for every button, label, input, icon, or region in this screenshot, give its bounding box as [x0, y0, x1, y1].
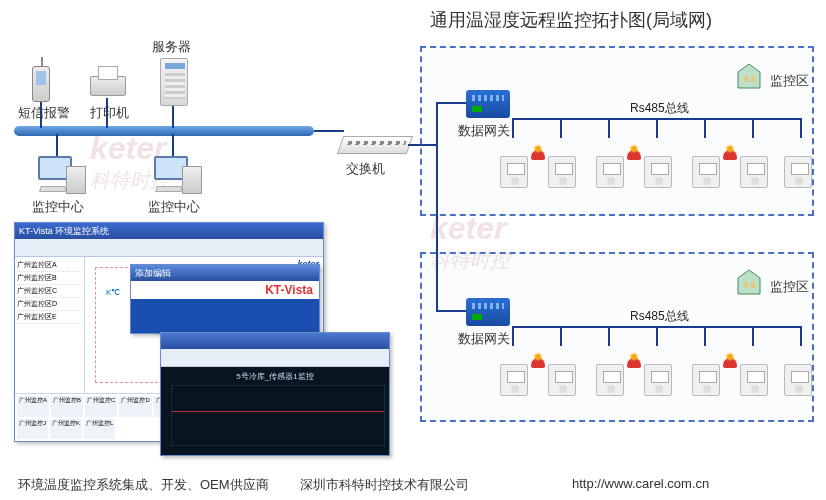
server-icon	[160, 58, 188, 106]
svg-marker-3	[738, 270, 760, 294]
zone-label-1: 监控区	[770, 72, 809, 90]
sensor-icon	[500, 364, 528, 396]
sensor-icon	[644, 364, 672, 396]
sensor-icon	[692, 364, 720, 396]
printer-icon	[88, 66, 126, 98]
printer-label: 打印机	[90, 104, 129, 122]
sensor-icon	[596, 364, 624, 396]
sensor-icon	[784, 156, 812, 188]
rs485-bus-1	[512, 118, 802, 120]
sensor-icon	[784, 364, 812, 396]
svg-marker-0	[738, 64, 760, 88]
sensor-icon	[548, 156, 576, 188]
tree-sidebar: 广州监控区A 广州监控区B 广州监控区C 广州监控区D 广州监控区E	[15, 257, 85, 393]
switch-icon	[337, 136, 414, 154]
popup-titlebar: 添加编辑	[131, 265, 319, 281]
chart-area: 5号冷库_传感器1监控	[161, 367, 389, 455]
app-screenshot-chart: 5号冷库_传感器1监控	[160, 332, 390, 456]
gateway-label-1: 数据网关	[454, 122, 514, 140]
building-icon	[732, 264, 766, 298]
popup-logo: KT-Vista	[131, 281, 319, 299]
chart-toolbar	[161, 349, 389, 367]
footer-company: 深圳市科特时控技术有限公司	[300, 476, 469, 494]
building-icon	[732, 58, 766, 92]
connector	[314, 130, 344, 132]
sensor-icon	[692, 156, 720, 188]
gateway-icon	[466, 90, 510, 118]
gateway-icon	[466, 298, 510, 326]
lan-backbone	[14, 126, 314, 136]
app-screenshot-popup: 添加编辑 KT-Vista	[130, 264, 320, 334]
alarm-icon	[722, 146, 738, 162]
pc-icon	[152, 156, 196, 196]
chart-title: 5号冷库_传感器1监控	[161, 371, 389, 382]
connector	[56, 134, 58, 156]
footer-url: http://www.carel.com.cn	[572, 476, 709, 491]
svg-rect-1	[744, 76, 748, 82]
switch-label: 交换机	[346, 160, 385, 178]
rs485-bus-2	[512, 326, 802, 328]
sensor-icon	[740, 364, 768, 396]
diagram-title: 通用温湿度远程监控拓扑图(局域网)	[430, 8, 712, 32]
alarm-icon	[626, 354, 642, 370]
window-titlebar: KT-Vista 环境监控系统	[15, 223, 323, 239]
gateway-label-2: 数据网关	[454, 330, 514, 348]
popup-body	[131, 299, 319, 315]
chart-titlebar	[161, 333, 389, 349]
server-label: 服务器	[152, 38, 191, 56]
alarm-icon	[722, 354, 738, 370]
bus-label-2: Rs485总线	[630, 308, 689, 325]
sensor-icon	[500, 156, 528, 188]
sensor-icon	[740, 156, 768, 188]
connector	[172, 134, 174, 156]
window-toolbar	[15, 239, 323, 257]
svg-rect-5	[751, 282, 755, 288]
svg-rect-4	[744, 282, 748, 288]
monitor-center-label-2: 监控中心	[148, 198, 200, 216]
svg-rect-2	[751, 76, 755, 82]
phone-icon	[32, 66, 50, 102]
monitor-center-label-1: 监控中心	[32, 198, 84, 216]
sensor-icon	[596, 156, 624, 188]
topology-diagram: 通用温湿度远程监控拓扑图(局域网) keter科特时控 keter科特时控 短信…	[0, 0, 826, 500]
alarm-icon	[626, 146, 642, 162]
sms-alarm-label: 短信报警	[18, 104, 70, 122]
zone-label-2: 监控区	[770, 278, 809, 296]
sensor-icon	[644, 156, 672, 188]
sensor-icon	[548, 364, 576, 396]
alarm-icon	[530, 354, 546, 370]
alarm-icon	[530, 146, 546, 162]
connector	[172, 106, 174, 128]
footer-tagline: 环境温度监控系统集成、开发、OEM供应商	[18, 476, 269, 494]
pc-icon	[36, 156, 80, 196]
bus-label-1: Rs485总线	[630, 100, 689, 117]
